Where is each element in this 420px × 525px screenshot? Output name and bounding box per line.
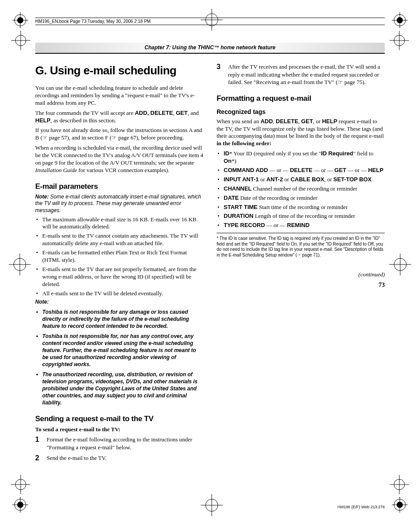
page-number: 73 — [217, 281, 385, 289]
crosshair-icon — [390, 475, 409, 494]
list-item: ID* Your ID (required only if you set th… — [217, 150, 385, 165]
body-text: When you send an ADD, DELETE, GET, or HE… — [217, 118, 385, 148]
numbered-list: 3After the TV receives and processes the… — [217, 63, 385, 86]
crosshair-icon — [9, 253, 31, 275]
list-item: E-mails can be formatted either Plain Te… — [35, 249, 203, 264]
list-item: DURATION Length of time of the recording… — [217, 213, 385, 220]
list-item: E-mails sent to the TV cannot contain an… — [35, 232, 203, 247]
step-number: 2 — [35, 454, 42, 462]
registration-mark-icon — [392, 497, 408, 513]
list-item: TYPE RECORD — or — REMIND — [217, 222, 385, 229]
body-text: The four commands the TV will accept are… — [35, 110, 203, 125]
left-column: G. Using e-mail scheduling You can use t… — [35, 60, 203, 465]
body-text: You can use the e-mail scheduling featur… — [35, 84, 203, 107]
right-column: 3After the TV receives and processes the… — [217, 60, 385, 465]
list-item: Toshiba is not responsible for any damag… — [35, 308, 203, 330]
step-text: After the TV receives and processes the … — [228, 63, 385, 86]
subsection-heading: E-mail parameters — [35, 182, 203, 191]
numbered-list: 1Format the e-mail following according t… — [35, 436, 203, 462]
step-text: Format the e-mail following according to… — [47, 436, 203, 451]
list-item: The unauthorized recording, use, distrib… — [35, 371, 203, 407]
crosshair-icon — [201, 9, 223, 31]
step-number: 3 — [217, 63, 224, 86]
divider — [217, 233, 385, 233]
note-label: Note: — [35, 299, 203, 306]
footer-text: HM196 (E/F) Web 213:276 — [338, 505, 385, 509]
list-item: The maximum allowable e-mail size is 16 … — [35, 216, 203, 231]
list-item: DATE Date of the recording or reminder — [217, 195, 385, 202]
subsection-heading: Sending a request e-mail to the TV — [35, 415, 203, 423]
tag-list: ID* Your ID (required only if you set th… — [217, 150, 385, 229]
list-item: CHANNEL Channel number of the recording … — [217, 185, 385, 193]
list-item: INPUT ANT-1 or ANT-2 or CABLE BOX, or SE… — [217, 176, 385, 184]
footnote-text: * The ID is case sensitive. The ID tag i… — [217, 236, 385, 258]
crosshair-icon — [11, 31, 30, 50]
list-item: START TIME Start time of the recording o… — [217, 204, 385, 211]
body-text: When a recording is scheduled via e-mail… — [35, 144, 203, 174]
note-text: Note: Some e-mail clients automatically … — [35, 194, 203, 214]
list-item: All e-mails sent to the TV will be delet… — [35, 290, 203, 297]
registration-mark-icon — [392, 12, 408, 28]
list-item: COMMAND ADD — or — DELETE — or — GET — o… — [217, 167, 385, 174]
list-item: E-mails sent to the TV that are not prop… — [35, 266, 203, 288]
crosshair-icon — [390, 31, 409, 50]
section-heading: G. Using e-mail scheduling — [35, 64, 203, 77]
crosshair-icon — [201, 494, 223, 516]
registration-mark-icon — [12, 497, 28, 513]
subsection-heading: Formatting a request e-mail — [217, 94, 385, 103]
lead-text: To send a request e-mail to the TV: — [35, 426, 203, 433]
continued-text: (continued) — [217, 271, 385, 279]
body-text: If you have not already done so, follow … — [35, 127, 203, 142]
subsubsection-heading: Recognized tags — [217, 108, 385, 115]
step-number: 1 — [35, 436, 42, 451]
crosshair-icon — [389, 253, 411, 275]
crosshair-icon — [11, 475, 30, 494]
bullet-list: The maximum allowable e-mail size is 16 … — [35, 216, 203, 297]
step-text: Send the e-mail to the TV. — [47, 454, 203, 462]
chapter-header: Chapter 7: Using the THINC™ home network… — [35, 43, 385, 52]
disclaimer-list: Toshiba is not responsible for any damag… — [35, 308, 203, 406]
registration-mark-icon — [12, 12, 28, 28]
list-item: Toshiba is not responsible for, nor has … — [35, 333, 203, 368]
